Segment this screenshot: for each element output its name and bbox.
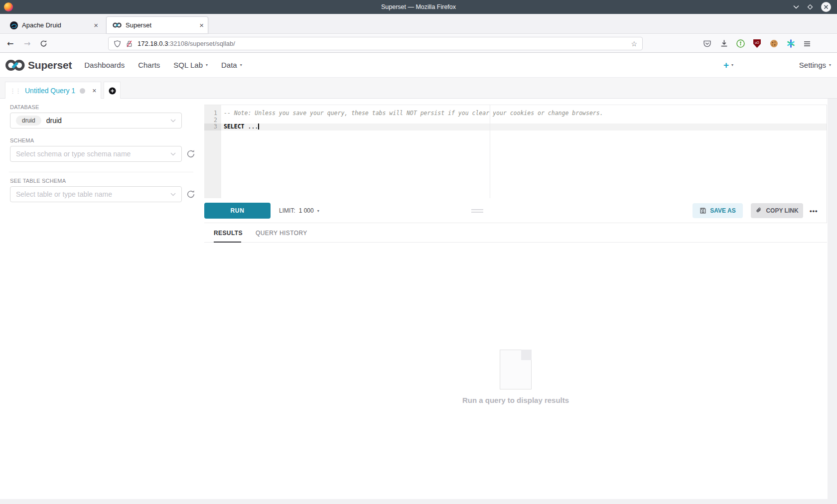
add-query-tab-button[interactable] [104,82,121,99]
nav-item-dashboards[interactable]: Dashboards [84,61,125,69]
sqllab-main: 1 2 3 -- Note: Unless you save your quer… [204,99,827,499]
browser-tab-close-icon[interactable]: × [90,21,102,29]
window-titlebar: Superset — Mozilla Firefox [0,0,837,14]
query-tab-strip: ⋮⋮ Untitled Query 1 × [0,78,837,99]
table-select-placeholder: Select table or type table name [16,190,112,198]
extension-privacy-icon[interactable] [736,34,745,53]
window-title: Superset — Mozilla Firefox [0,3,837,10]
limit-label: LIMIT: [279,207,295,214]
window-minimize-icon[interactable] [793,5,799,9]
results-empty-state: Run a query to display results [204,350,827,404]
chevron-down-icon: ▾ [240,63,242,67]
limit-dropdown[interactable]: LIMIT: 1 000 ▾ [279,198,319,223]
query-state-dot [80,88,85,94]
tracking-shield-icon[interactable] [114,40,121,48]
sqllab-sidebar: DATABASE druid druid SCHEMA Select schem… [0,99,201,499]
tab-results[interactable]: RESULTS [214,223,243,243]
insecure-lock-icon[interactable] [126,40,133,48]
browser-tab-close-icon[interactable]: × [195,21,208,29]
text-cursor [258,124,259,129]
database-label: DATABASE [10,104,39,110]
extension-asterisk-icon[interactable] [787,34,795,53]
sql-keyword: SELECT [224,123,245,130]
downloads-icon[interactable] [720,34,728,53]
schema-select[interactable]: Select schema or type schema name [10,146,182,162]
database-select-value: druid [46,117,62,125]
link-icon [755,207,762,214]
nav-item-sql-lab[interactable]: SQL Lab ▾ [173,61,208,69]
tab-query-history[interactable]: QUERY HISTORY [256,223,307,243]
reload-button[interactable] [40,34,47,53]
menu-hamburger-icon[interactable] [803,34,811,53]
database-type-pill: druid [16,116,41,126]
window-close-icon[interactable] [821,2,831,12]
chevron-down-icon: ▾ [317,209,319,213]
sql-comment-line: -- Note: Unless you save your query, the… [224,110,603,117]
druid-favicon-icon [10,21,18,29]
sql-editor[interactable]: 1 2 3 -- Note: Unless you save your quer… [204,105,827,198]
pocket-icon[interactable] [703,34,711,53]
query-tab-label: Untitled Query 1 [25,87,75,95]
editor-gutter: 1 2 3 [204,105,221,198]
browser-url-toolbar: ← → 172.18.0.3:32108/superset/sqllab/ ☆ … [0,34,837,53]
chevron-down-icon [170,193,176,196]
editor-code[interactable]: -- Note: Unless you save your query, the… [221,105,827,198]
sidebar-divider [9,172,193,172]
run-button[interactable]: RUN [204,203,271,219]
line-number-active: 3 [204,124,221,130]
sql-text: ... [245,123,259,130]
plus-circle-icon [109,87,116,95]
url-host: 172.18.0.3 [138,40,168,47]
drag-handle-icon[interactable]: ⋮⋮ [9,87,20,95]
refresh-tables-icon[interactable] [186,190,195,199]
extension-ublock-icon[interactable]: uO [753,34,761,53]
url-bar[interactable]: 172.18.0.3:32108/superset/sqllab/ ☆ [108,37,643,50]
table-schema-label: SEE TABLE SCHEMA [10,178,66,184]
nav-item-data[interactable]: Data ▾ [221,61,242,69]
table-select[interactable]: Select table or type table name [10,186,182,202]
browser-tab-strip: Apache Druid × Superset × + [0,14,837,34]
page-background-bottom [0,499,837,504]
back-button[interactable]: ← [7,34,13,53]
schema-select-placeholder: Select schema or type schema name [16,150,131,158]
settings-menu[interactable]: Settings ▾ [799,61,831,69]
chevron-down-icon: ▾ [206,63,208,67]
browser-tab-superset[interactable]: Superset × [106,16,208,34]
browser-tab-apache-druid[interactable]: Apache Druid × [5,16,102,34]
new-item-button[interactable]: + ▾ [723,60,733,71]
browser-tab-label: Superset [126,21,195,29]
line-number: 1 [204,110,217,117]
line-number: 2 [204,117,217,124]
superset-navbar: Superset Dashboards Charts SQL Lab ▾ Dat… [0,53,837,78]
forward-button[interactable]: → [24,34,30,53]
active-tab-underline [214,242,241,243]
document-icon [500,350,532,389]
limit-value: 1 000 [299,207,314,214]
bookmark-star-icon[interactable]: ☆ [631,40,642,48]
superset-brand-text[interactable]: Superset [28,59,72,71]
refresh-schemas-icon[interactable] [186,149,195,158]
superset-favicon-icon [113,22,122,28]
window-maximize-icon[interactable] [807,4,813,10]
pane-splitter-handle[interactable] [471,209,483,214]
chevron-down-icon: ▾ [731,63,733,67]
browser-tab-label: Apache Druid [22,21,90,29]
copy-link-button[interactable]: COPY LINK [751,203,803,218]
database-select[interactable]: druid druid [10,113,182,128]
schema-label: SCHEMA [10,137,34,143]
query-tab-untitled-1[interactable]: ⋮⋮ Untitled Query 1 × [5,82,101,99]
superset-logo-icon [5,58,25,72]
query-tab-close-icon[interactable]: × [92,87,96,95]
url-path: :32108/superset/sqllab/ [168,40,235,47]
save-as-button[interactable]: SAVE AS [693,203,743,218]
chevron-down-icon [170,119,176,123]
more-actions-button[interactable]: ••• [810,198,818,223]
page-background-right [828,99,837,504]
results-tab-bar: RESULTS QUERY HISTORY [204,223,827,243]
chevron-down-icon [170,152,176,156]
save-icon [699,207,706,214]
sql-toolbar: RUN LIMIT: 1 000 ▾ SAVE AS COPY LINK ••• [204,198,827,223]
svg-text:uO: uO [755,41,759,44]
nav-item-charts[interactable]: Charts [138,61,160,69]
extension-cookie-icon[interactable] [770,34,778,53]
